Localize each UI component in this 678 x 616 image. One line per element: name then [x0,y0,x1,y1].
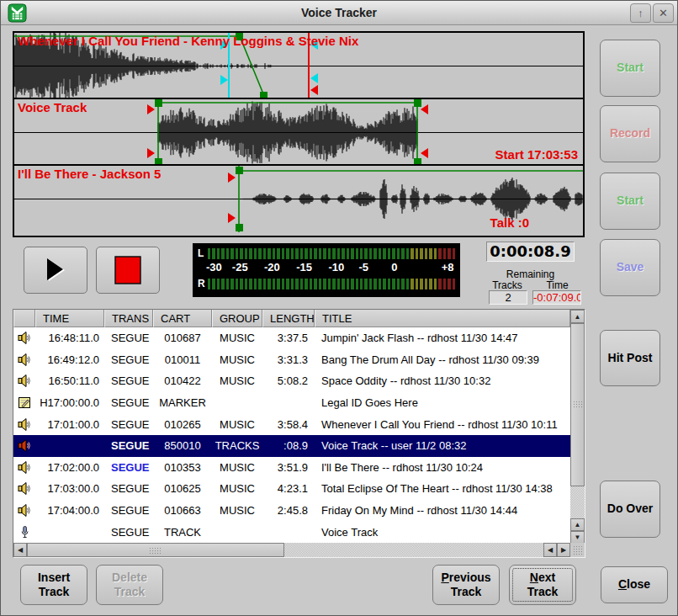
scroll-right-button[interactable]: ▶ [557,543,570,557]
fade-handle[interactable] [155,99,162,107]
meter-segment [406,279,409,289]
log-row[interactable]: SEGUETRACKVoice Track [13,521,570,543]
meter-segment [273,248,275,259]
log-row[interactable]: 17:02:00.0SEGUE010353MUSIC3:51.9I'll Be … [13,457,570,479]
end-marker-handle[interactable] [310,85,318,95]
scroll-left-button-2[interactable]: ◀ [543,543,557,557]
column-header-time[interactable]: TIME [35,310,104,327]
fade-handle[interactable] [236,167,243,174]
scroll-down-button[interactable]: ▼ [570,531,585,544]
close-button[interactable]: Close [601,566,668,603]
record-button[interactable]: Record [600,105,660,162]
start-marker-handle[interactable] [228,173,236,183]
segue-marker-handle[interactable] [310,73,318,83]
log-row[interactable]: 17:03:00.0SEGUE010625MUSIC4:23.1Total Ec… [13,478,570,500]
insert-track-button[interactable]: Insert Track [20,565,87,605]
next-track-button[interactable]: Next Track [509,565,576,605]
track-3-talk-time: Talk :0 [490,215,529,230]
meter-segment [448,248,450,259]
log-row[interactable]: 16:49:12.0SEGUE010011MUSIC3:31.3Bang The… [13,349,570,371]
log-row[interactable]: 16:48:11.0SEGUE010687MUSIC3:37.5Jumpin' … [13,327,570,349]
stop-button[interactable] [96,247,160,294]
column-header-title[interactable]: TITLE [315,310,570,327]
cell-group: MUSIC [212,418,262,431]
remaining-tracks-label: Tracks [486,279,528,291]
horizontal-scroll-trough[interactable] [284,543,543,557]
meter-segment [217,248,220,259]
start-marker-handle[interactable] [228,213,236,223]
speaker-icon [13,331,35,345]
start-next-button[interactable]: Start [600,173,660,230]
meter-segment [373,248,376,259]
column-header-group[interactable]: GROUP [212,310,262,327]
cell-title: Voice Track [315,526,570,539]
play-button[interactable] [24,247,87,294]
fade-handle[interactable] [260,92,267,99]
end-marker-handle[interactable] [421,104,428,114]
column-header-length[interactable]: LENGTH [262,310,315,327]
column-header-cart[interactable]: CART [153,310,212,327]
horizontal-scroll-thumb[interactable] [27,543,284,557]
column-header-trans[interactable]: TRANS [104,310,153,327]
waveform-track-1[interactable]: Whenever I Call You Friend - Kenny Loggi… [14,33,583,99]
hit-post-button[interactable]: Hit Post [600,330,660,386]
cell-length: 4:23.1 [262,482,315,495]
log-row[interactable]: H17:00:00.0SEGUEMARKERLegal ID Goes Here [13,392,570,414]
cell-cart: MARKER [153,396,212,409]
save-button[interactable]: Save [600,239,660,296]
close-label: Close [618,577,650,592]
fade-handle[interactable] [414,158,421,166]
fade-handle[interactable] [414,99,421,107]
meter-segment [388,248,390,259]
meter-segment [286,248,289,259]
end-marker-handle[interactable] [421,148,428,158]
log-row[interactable]: 16:50:11.0SEGUE010422MUSIC5:08.2Space Od… [13,370,570,392]
fade-handle[interactable] [155,158,162,166]
close-window-button[interactable]: ✕ [653,3,674,23]
start-marker-handle[interactable] [147,104,155,114]
left-channel-label: L [198,247,208,259]
start-fade-button[interactable]: Start [600,40,660,97]
delete-track-button[interactable]: Delete Track [96,565,163,605]
meter-segment [245,248,247,259]
meter-segment [226,248,229,259]
meter-segment [230,248,233,259]
horizontal-scrollbar[interactable]: ◀ ◀ ▶ [13,543,570,557]
waveform-track-2[interactable]: Voice Track Start 17:03:53 [14,99,583,166]
waveform-track-3[interactable]: I'll Be There - Jackson 5 Talk :0 [14,166,583,232]
meter-segment [392,279,395,289]
cell-time: 16:50:11.0 [35,374,104,387]
remaining-time-label: Time [533,279,581,291]
cell-time: H17:00:00.0 [35,396,104,409]
maximize-button[interactable]: ↑ [630,3,651,23]
meter-segment [364,279,367,289]
previous-track-button[interactable]: Previous Track [432,565,500,605]
cell-time: 17:01:00.0 [35,418,104,431]
log-row[interactable]: SEGUE850010TRACKS:08.9Voice Track -- use… [13,435,570,457]
thumb-grip [149,547,162,554]
do-over-button[interactable]: Do Over [600,481,660,538]
scroll-up-button[interactable]: ▲ [570,310,585,323]
scroll-left-button[interactable]: ◀ [13,543,27,557]
left-meter-segments [208,248,455,259]
segue-marker-handle[interactable] [220,75,228,85]
scroll-up-button-2[interactable]: ▲ [570,518,585,531]
meter-segment [425,279,427,289]
vertical-scroll-trough[interactable] [570,486,585,518]
meter-segment [364,248,367,259]
fade-handle[interactable] [236,224,243,231]
log-row[interactable]: 17:01:00.0SEGUE010265MUSIC3:58.4Whenever… [13,413,570,435]
cell-length: 3:58.4 [262,418,315,431]
speaker-icon [13,438,35,453]
meter-segment [429,248,432,259]
window-body: Whenever I Call You Friend - Kenny Loggi… [1,25,677,615]
vertical-scroll-thumb[interactable] [570,323,585,486]
start-marker-handle[interactable] [147,148,155,158]
meter-segment [360,279,363,289]
log-row[interactable]: 17:04:00.0SEGUE010663MUSIC2:45.8Friday O… [13,500,570,522]
cell-length: 5:08.2 [262,374,315,387]
vertical-scrollbar[interactable]: ▲ ▲ ▼ [570,310,585,544]
cell-title: Space Oddity -- rdhost 11/30 10:32 [315,374,570,387]
rivendell-app-icon [8,3,27,23]
column-header-icon[interactable] [13,310,35,327]
